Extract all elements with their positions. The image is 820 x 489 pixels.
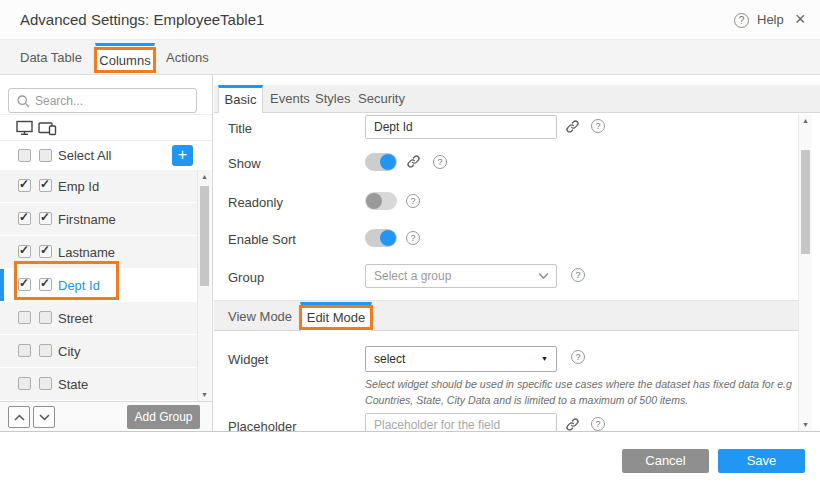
column-row-city[interactable]: City <box>0 335 197 367</box>
title-label: Title <box>228 121 252 136</box>
tab-basic[interactable]: Basic <box>218 85 263 113</box>
enable-sort-help-icon[interactable]: ? <box>406 231 420 245</box>
tab-security[interactable]: Security <box>358 85 405 113</box>
enable-sort-label: Enable Sort <box>228 232 296 247</box>
placeholder-help-icon[interactable]: ? <box>591 417 605 431</box>
panel-scrollbar[interactable]: ▲ ▼ <box>798 114 812 431</box>
placeholder-input[interactable] <box>365 413 557 431</box>
close-icon[interactable]: × <box>795 0 806 38</box>
desktop-checkbox[interactable] <box>18 278 31 291</box>
column-label: Emp Id <box>58 170 99 202</box>
desktop-icon[interactable] <box>16 120 33 136</box>
sidebar-scrollbar[interactable]: ▲ ▼ <box>197 170 211 401</box>
device-toggle-row <box>0 116 212 141</box>
mobile-checkbox[interactable] <box>39 377 52 390</box>
scroll-up-icon[interactable]: ▲ <box>198 173 211 180</box>
mobile-checkbox[interactable] <box>39 179 52 192</box>
tab-actions[interactable]: Actions <box>166 40 209 75</box>
chevron-up-icon <box>14 414 25 421</box>
search-input[interactable] <box>35 90 193 111</box>
readonly-toggle[interactable] <box>365 192 397 210</box>
help-link[interactable]: Help <box>757 0 784 40</box>
scroll-up-icon[interactable]: ▲ <box>799 117 812 124</box>
column-row-street[interactable]: Street <box>0 302 197 334</box>
enable-sort-toggle[interactable] <box>365 229 397 247</box>
selected-indicator <box>0 269 4 301</box>
move-down-button[interactable] <box>33 406 55 428</box>
show-help-icon[interactable]: ? <box>433 155 447 169</box>
desktop-checkbox[interactable] <box>18 245 31 258</box>
bind-link-icon[interactable] <box>565 417 580 431</box>
columns-sidebar: Select All + Emp Id Firstname Lastname <box>0 75 213 431</box>
column-row-emp-id[interactable]: Emp Id <box>0 170 197 202</box>
show-toggle[interactable] <box>365 153 397 171</box>
search-area <box>0 75 212 115</box>
group-label: Group <box>228 270 264 285</box>
column-row-dept-id[interactable]: Dept Id <box>0 269 197 301</box>
bind-link-icon[interactable] <box>565 119 580 134</box>
cancel-button[interactable]: Cancel <box>622 449 709 473</box>
title-input[interactable] <box>365 115 557 139</box>
mobile-checkbox[interactable] <box>39 278 52 291</box>
select-all-row: Select All + <box>0 142 212 169</box>
mobile-checkbox[interactable] <box>39 344 52 357</box>
desktop-checkbox[interactable] <box>18 377 31 390</box>
group-help-icon[interactable]: ? <box>571 268 585 282</box>
select-all-desktop-checkbox[interactable] <box>18 149 31 162</box>
tab-columns[interactable]: Columns <box>95 43 155 74</box>
add-group-button[interactable]: Add Group <box>127 405 200 429</box>
mobile-tablet-icon[interactable] <box>38 120 57 136</box>
mobile-checkbox[interactable] <box>39 311 52 324</box>
main-tab-bar: Data Table Columns Actions <box>0 40 820 75</box>
scroll-down-icon[interactable]: ▼ <box>799 421 812 428</box>
tab-data-table[interactable]: Data Table <box>20 40 82 75</box>
tab-events[interactable]: Events <box>270 85 310 113</box>
widget-select-value: select <box>374 352 405 366</box>
title-help-icon[interactable]: ? <box>591 119 605 133</box>
desktop-checkbox[interactable] <box>18 344 31 357</box>
help-icon[interactable]: ? <box>734 13 749 28</box>
column-label: Lastname <box>58 236 115 268</box>
scrollbar-thumb[interactable] <box>801 150 810 254</box>
column-settings-panel: Basic Events Styles Security Title ? Sho… <box>214 75 820 431</box>
mobile-checkbox[interactable] <box>39 245 52 258</box>
widget-select[interactable]: select ▼ <box>365 346 557 372</box>
panel-tab-bar: Basic Events Styles Security <box>214 85 820 113</box>
chevron-down-icon <box>538 272 549 280</box>
scroll-down-icon[interactable]: ▼ <box>198 391 211 398</box>
column-row-firstname[interactable]: Firstname <box>0 203 197 235</box>
scrollbar-thumb[interactable] <box>200 186 209 286</box>
mode-tab-bar: View Mode Edit Mode <box>214 300 806 331</box>
column-label: City <box>58 335 80 367</box>
tab-view-mode[interactable]: View Mode <box>228 301 292 332</box>
group-select-placeholder: Select a group <box>374 269 451 283</box>
desktop-checkbox[interactable] <box>18 212 31 225</box>
show-label: Show <box>228 156 261 171</box>
tab-styles[interactable]: Styles <box>315 85 350 113</box>
desktop-checkbox[interactable] <box>18 179 31 192</box>
column-label: State <box>58 368 88 400</box>
add-column-button[interactable]: + <box>172 145 193 166</box>
readonly-help-icon[interactable]: ? <box>406 194 420 208</box>
sidebar-footer: Add Group <box>0 401 212 431</box>
column-label: Dept Id <box>58 269 100 301</box>
select-all-label: Select All <box>58 142 111 169</box>
column-label: Street <box>58 302 93 334</box>
move-up-button[interactable] <box>8 406 30 428</box>
column-row-state[interactable]: State <box>0 368 197 400</box>
bind-link-icon[interactable] <box>406 154 421 169</box>
column-list: Emp Id Firstname Lastname Dept Id <box>0 170 197 401</box>
desktop-checkbox[interactable] <box>18 311 31 324</box>
widget-help-icon[interactable]: ? <box>571 350 585 364</box>
tab-edit-mode[interactable]: Edit Mode <box>300 302 372 331</box>
column-row-lastname[interactable]: Lastname <box>0 236 197 268</box>
save-button[interactable]: Save <box>718 449 805 473</box>
select-all-mobile-checkbox[interactable] <box>39 149 52 162</box>
search-icon <box>17 95 30 108</box>
readonly-label: Readonly <box>228 195 283 210</box>
dialog-title: Advanced Settings: EmployeeTable1 <box>20 0 264 40</box>
chevron-down-icon <box>39 414 50 421</box>
mobile-checkbox[interactable] <box>39 212 52 225</box>
tab-columns-label: Columns <box>99 53 150 68</box>
group-select[interactable]: Select a group <box>365 264 557 288</box>
